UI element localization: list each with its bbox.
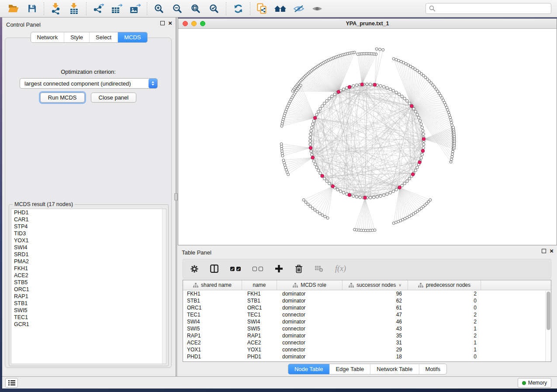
table-row[interactable]: STB1STB1dominator620 xyxy=(183,297,551,304)
network-node[interactable] xyxy=(310,150,312,152)
network-node[interactable] xyxy=(406,180,408,182)
open-session-icon[interactable] xyxy=(4,1,23,16)
network-node[interactable] xyxy=(422,129,424,132)
network-node[interactable] xyxy=(315,166,318,168)
mcds-result-item[interactable]: STB5 xyxy=(11,279,166,286)
mcds-result-item[interactable]: STP4 xyxy=(11,223,166,230)
column-header-mcds-role[interactable]: MCDS role xyxy=(277,280,343,290)
network-node[interactable] xyxy=(366,83,368,86)
run-mcds-button[interactable]: Run MCDS xyxy=(40,93,85,103)
export-table-icon[interactable] xyxy=(107,1,126,16)
close-panel-button[interactable]: Close panel xyxy=(91,93,137,103)
network-hub-node[interactable] xyxy=(373,83,377,87)
network-node[interactable] xyxy=(312,160,315,162)
tab-node-table[interactable]: Node Table xyxy=(288,364,329,374)
network-node[interactable] xyxy=(414,169,417,172)
network-node[interactable] xyxy=(309,143,311,146)
import-network-icon[interactable] xyxy=(47,1,65,16)
close-panel-icon[interactable]: × xyxy=(168,21,172,25)
clone-network-icon[interactable] xyxy=(253,1,271,16)
network-hub-node[interactable] xyxy=(309,146,312,150)
mcds-result-item[interactable]: TID3 xyxy=(11,230,166,237)
network-node[interactable] xyxy=(281,155,284,157)
network-node[interactable] xyxy=(417,116,420,119)
network-node[interactable] xyxy=(421,126,423,129)
memory-button[interactable]: Memory xyxy=(518,378,551,388)
splitter-grabber[interactable] xyxy=(174,193,178,200)
mcds-result-item[interactable]: SRD1 xyxy=(11,251,166,258)
network-node[interactable] xyxy=(307,203,309,206)
network-node[interactable] xyxy=(389,88,391,90)
zoom-window-light[interactable] xyxy=(200,21,205,26)
network-node[interactable] xyxy=(395,58,398,61)
mcds-result-item[interactable]: GCR1 xyxy=(11,321,166,328)
mcds-result-item[interactable]: STB1 xyxy=(11,300,166,307)
network-node[interactable] xyxy=(342,88,345,90)
network-node[interactable] xyxy=(400,60,402,63)
mcds-result-item[interactable]: SWI5 xyxy=(11,307,166,314)
network-node[interactable] xyxy=(392,190,394,193)
network-node[interactable] xyxy=(386,193,388,195)
network-hub-node[interactable] xyxy=(410,104,414,108)
mcds-result-item[interactable]: YOX1 xyxy=(11,237,166,244)
mcds-result-item[interactable]: ACE2 xyxy=(11,272,166,279)
import-table-icon[interactable] xyxy=(65,1,83,16)
network-node[interactable] xyxy=(316,210,318,213)
network-node[interactable] xyxy=(312,120,315,122)
mcds-result-item[interactable]: RAP1 xyxy=(11,293,166,300)
network-hub-node[interactable] xyxy=(418,161,422,164)
network-node[interactable] xyxy=(446,106,448,109)
network-node[interactable] xyxy=(373,196,375,199)
table-row[interactable]: RAP1RAP1dominator352 xyxy=(183,332,551,339)
deselect-all-checkboxes-icon[interactable] xyxy=(253,267,263,271)
network-node[interactable] xyxy=(398,93,401,96)
table-row[interactable]: SWI4SWI4dominator462 xyxy=(183,318,551,325)
network-node[interactable] xyxy=(369,196,372,199)
mcds-result-item[interactable]: FKH1 xyxy=(11,265,166,272)
network-node[interactable] xyxy=(325,100,328,102)
network-node[interactable] xyxy=(403,97,406,100)
network-node[interactable] xyxy=(339,190,342,193)
network-node[interactable] xyxy=(408,102,411,105)
network-node[interactable] xyxy=(375,48,378,50)
network-node[interactable] xyxy=(356,53,359,55)
tab-edge-table[interactable]: Edge Table xyxy=(329,364,370,374)
network-node[interactable] xyxy=(315,113,318,116)
network-node[interactable] xyxy=(420,157,422,159)
criterion-dropdown[interactable]: largest connected component (undirected) xyxy=(20,78,158,89)
network-node[interactable] xyxy=(416,113,419,116)
network-node[interactable] xyxy=(421,153,423,156)
mcds-result-item[interactable]: CAR1 xyxy=(11,216,166,223)
column-header-successor-nodes[interactable]: successor nodes ∨ xyxy=(343,280,408,290)
float-panel-icon[interactable] xyxy=(160,21,165,25)
network-node[interactable] xyxy=(383,86,385,88)
mcds-result-item[interactable]: ORC1 xyxy=(11,286,166,293)
network-hub-node[interactable] xyxy=(411,173,415,176)
network-node[interactable] xyxy=(331,95,333,98)
network-node[interactable] xyxy=(319,172,322,175)
network-node[interactable] xyxy=(323,102,326,105)
table-scrollbar[interactable] xyxy=(545,291,551,361)
mcds-result-item[interactable]: TEC1 xyxy=(11,314,166,321)
network-node[interactable] xyxy=(414,110,417,113)
network-node[interactable] xyxy=(382,48,384,51)
table-row[interactable]: PHD1PHD1dominator180 xyxy=(183,353,551,360)
tab-mcds[interactable]: MCDS xyxy=(118,32,147,42)
column-header-shared-name[interactable]: shared name xyxy=(183,280,242,290)
network-node[interactable] xyxy=(392,89,394,92)
refresh-view-icon[interactable] xyxy=(229,1,247,16)
network-node[interactable] xyxy=(379,85,382,87)
network-node[interactable] xyxy=(309,136,311,139)
network-node[interactable] xyxy=(309,133,312,135)
network-node[interactable] xyxy=(352,195,355,197)
zoom-fit-icon[interactable] xyxy=(187,1,205,16)
network-node[interactable] xyxy=(321,214,324,217)
network-node[interactable] xyxy=(314,163,316,165)
network-node[interactable] xyxy=(323,177,326,180)
mcds-result-item[interactable]: PMA2 xyxy=(11,258,166,265)
network-hub-node[interactable] xyxy=(321,174,324,178)
network-canvas[interactable] xyxy=(178,29,557,245)
table-row[interactable]: ORC1ORC1dominator610 xyxy=(183,304,551,311)
network-node[interactable] xyxy=(450,119,452,121)
network-node[interactable] xyxy=(386,86,388,89)
